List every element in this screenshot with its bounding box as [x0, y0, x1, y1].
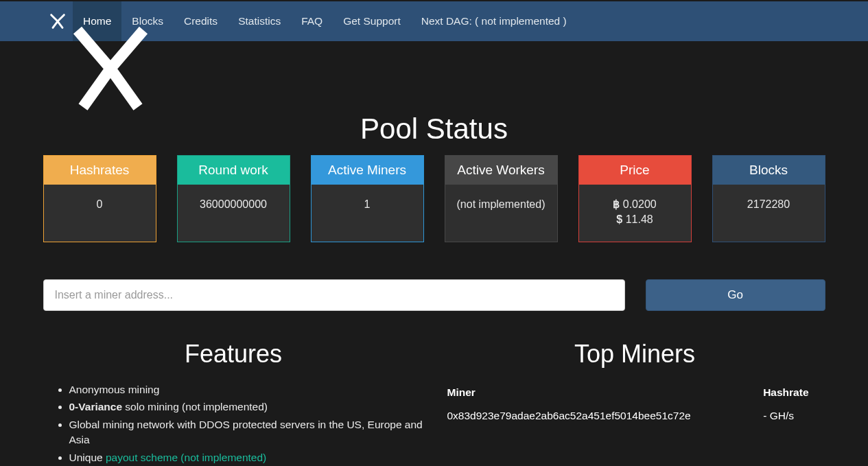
table-row: 0x83d923e79adae2ab6ac52a451ef5014bee51c7…: [445, 404, 825, 428]
card-price-title: Price: [579, 156, 691, 185]
card-active-miners: Active Miners 1: [311, 155, 424, 242]
card-roundwork: Round work 36000000000: [177, 155, 290, 242]
features-list: Anonymous mining 0-Variance solo mining …: [43, 381, 424, 466]
feature-item: Unique payout scheme (not implemented): [69, 449, 424, 466]
feature-text: Unique: [69, 452, 106, 463]
card-roundwork-title: Round work: [178, 156, 290, 185]
nav-credits[interactable]: Credits: [174, 1, 228, 41]
card-active-workers-title: Active Workers: [445, 156, 557, 185]
card-hashrates-value: 0: [44, 185, 156, 226]
card-blocks-title: Blocks: [713, 156, 825, 185]
top-miners-section: Top Miners Miner Hashrate 0x83d923e79ada…: [445, 340, 825, 466]
nav-statistics[interactable]: Statistics: [228, 1, 291, 41]
feature-item: Anonymous mining: [69, 381, 424, 399]
card-active-workers: Active Workers (not implemented): [445, 155, 558, 242]
search-row: Go: [43, 279, 825, 311]
price-btc: 0.0200: [620, 198, 656, 210]
nav-faq[interactable]: FAQ: [291, 1, 333, 41]
card-active-miners-value: 1: [312, 185, 423, 226]
hero-logo: [43, 41, 825, 91]
card-price: Price ฿ 0.0200 $ 11.48: [578, 155, 692, 242]
bitcoin-icon: ฿: [613, 198, 620, 210]
col-hashrate: Hashrate: [760, 381, 825, 404]
payout-scheme-link[interactable]: payout scheme (not implemented): [106, 452, 266, 463]
miner-address-input[interactable]: [43, 279, 625, 311]
dollar-icon: $: [616, 213, 622, 225]
card-roundwork-value: 36000000000: [178, 185, 290, 226]
nav-get-support[interactable]: Get Support: [333, 1, 411, 41]
feature-text: solo mining (not implemented): [122, 401, 268, 412]
card-active-workers-value: (not implemented): [445, 185, 557, 226]
card-hashrates: Hashrates 0: [43, 155, 156, 242]
miner-hashrate: - GH/s: [760, 404, 825, 428]
top-miners-table: Miner Hashrate 0x83d923e79adae2ab6ac52a4…: [445, 381, 825, 428]
hammer-pick-large-icon: [56, 14, 165, 124]
feature-item: 0-Variance solo mining (not implemented): [69, 398, 424, 416]
feature-bold: 0-Variance: [69, 401, 123, 412]
go-button[interactable]: Go: [646, 279, 825, 311]
card-price-value: ฿ 0.0200 $ 11.48: [579, 185, 691, 242]
feature-item: Global mining network with DDOS protecte…: [69, 416, 424, 448]
top-miners-heading: Top Miners: [445, 340, 825, 369]
card-active-miners-title: Active Miners: [312, 156, 423, 185]
card-blocks: Blocks 2172280: [712, 155, 825, 242]
price-usd: 11.48: [622, 213, 653, 225]
features-section: Features Anonymous mining 0-Variance sol…: [43, 340, 424, 466]
col-miner: Miner: [445, 381, 761, 404]
nav-next-dag[interactable]: Next DAG: ( not implemented ): [411, 1, 577, 41]
stats-cards: Hashrates 0 Round work 36000000000 Activ…: [43, 155, 825, 242]
card-hashrates-title: Hashrates: [44, 156, 156, 185]
miner-address: 0x83d923e79adae2ab6ac52a451ef5014bee51c7…: [445, 404, 761, 428]
features-heading: Features: [43, 340, 424, 369]
card-blocks-value: 2172280: [713, 185, 825, 226]
